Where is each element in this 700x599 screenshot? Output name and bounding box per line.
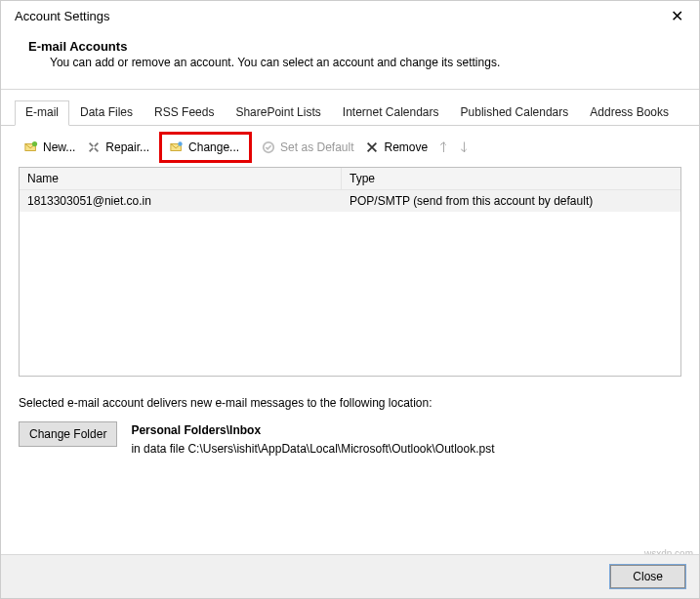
location-path: in data file C:\Users\ishit\AppData\Loca…: [131, 440, 494, 459]
tab-internet-calendars[interactable]: Internet Calendars: [332, 100, 450, 126]
move-up-icon: 🡑: [435, 140, 452, 155]
remove-x-icon: [365, 140, 379, 154]
col-header-type[interactable]: Type: [342, 168, 680, 189]
location-block: Personal Folders\Inbox in data file C:\U…: [131, 421, 494, 459]
new-button[interactable]: New...: [21, 139, 79, 156]
tab-rss-feeds[interactable]: RSS Feeds: [144, 100, 225, 126]
svg-point-3: [178, 141, 182, 145]
remove-label: Remove: [384, 140, 428, 154]
list-header: Name Type: [20, 168, 680, 190]
account-list: Name Type 1813303051@niet.co.in POP/SMTP…: [19, 167, 681, 377]
location-title: Personal Folders\Inbox: [131, 421, 494, 440]
repair-label: Repair...: [105, 140, 149, 154]
delivery-text: Selected e-mail account delivers new e-m…: [1, 377, 699, 418]
delivery-row: Change Folder Personal Folders\Inbox in …: [1, 418, 699, 462]
cell-name: 1813303051@niet.co.in: [20, 190, 342, 212]
window-title: Account Settings: [15, 9, 110, 23]
table-row[interactable]: 1813303051@niet.co.in POP/SMTP (send fro…: [20, 190, 680, 212]
set-default-label: Set as Default: [280, 140, 353, 154]
tab-data-files[interactable]: Data Files: [69, 100, 144, 126]
close-icon[interactable]: ✕: [665, 7, 689, 25]
mail-new-icon: [24, 140, 38, 154]
cell-type: POP/SMTP (send from this account by defa…: [342, 190, 680, 212]
tab-published-calendars[interactable]: Published Calendars: [450, 100, 580, 126]
tab-address-books[interactable]: Address Books: [579, 100, 679, 126]
col-header-name[interactable]: Name: [20, 168, 342, 189]
tab-strip: E-mail Data Files RSS Feeds SharePoint L…: [1, 90, 699, 126]
move-down-icon: 🡓: [456, 140, 473, 155]
change-button[interactable]: Change...: [166, 139, 243, 156]
toolbar: New... Repair... Change... Set as Defaul…: [1, 126, 699, 167]
header-block: E-mail Accounts You can add or remove an…: [1, 29, 699, 89]
svg-point-1: [32, 141, 37, 146]
header-title: E-mail Accounts: [28, 39, 676, 54]
title-bar: Account Settings ✕: [1, 1, 699, 29]
mail-change-icon: [170, 140, 184, 154]
set-default-button: Set as Default: [258, 139, 357, 156]
change-label: Change...: [188, 140, 239, 154]
tab-email[interactable]: E-mail: [15, 100, 69, 126]
change-highlight: Change...: [159, 132, 252, 163]
new-label: New...: [43, 140, 75, 154]
tab-sharepoint-lists[interactable]: SharePoint Lists: [225, 100, 331, 126]
footer: Close: [1, 554, 699, 598]
change-folder-button[interactable]: Change Folder: [19, 421, 117, 447]
repair-button[interactable]: Repair...: [83, 139, 153, 156]
remove-button[interactable]: Remove: [361, 139, 432, 156]
check-circle-icon: [262, 140, 275, 154]
header-subtitle: You can add or remove an account. You ca…: [50, 56, 676, 69]
tools-icon: [87, 140, 101, 154]
close-button[interactable]: Close: [610, 565, 685, 588]
